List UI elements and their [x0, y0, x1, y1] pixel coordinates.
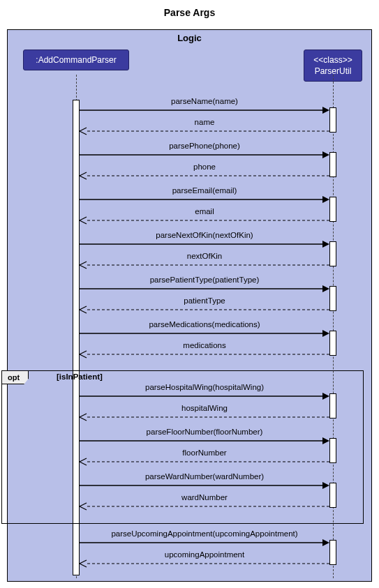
- frame-label: Logic: [8, 30, 371, 46]
- msg-label-ret-9: upcomingAppointment: [80, 550, 329, 559]
- return-arrow: [80, 260, 329, 270]
- activation-right: [329, 241, 336, 266]
- return-arrow: [80, 171, 329, 181]
- call-arrow: [80, 105, 329, 115]
- msg-label-ret-6: hospitalWing: [80, 404, 329, 412]
- msg-label-ret-7: floorNumber: [80, 448, 329, 457]
- svg-marker-19: [322, 393, 329, 400]
- msg-label-call-0: parseName(name): [80, 97, 329, 105]
- return-arrow: [80, 412, 329, 422]
- svg-marker-22: [322, 437, 329, 444]
- activation-right: [329, 107, 336, 133]
- activation-right: [329, 152, 336, 177]
- msg-label-call-2: parseEmail(email): [80, 186, 329, 195]
- msg-label-ret-5: medications: [80, 341, 329, 349]
- return-arrow: [80, 559, 329, 568]
- activation-right: [329, 393, 336, 419]
- msg-label-call-9: parseUpcomingAppointment(upcomingAppoint…: [80, 529, 329, 538]
- participant-left-label: :AddCommandParser: [36, 55, 116, 65]
- call-arrow: [80, 329, 329, 338]
- call-arrow: [80, 150, 329, 160]
- logic-frame: Logic :AddCommandParser <<class>> Parser…: [7, 29, 372, 582]
- activation-right: [329, 331, 336, 356]
- msg-label-ret-8: wardNumber: [80, 493, 329, 502]
- call-arrow: [80, 284, 329, 294]
- svg-marker-10: [322, 241, 329, 248]
- msg-label-ret-0: name: [80, 118, 329, 126]
- svg-marker-16: [322, 330, 329, 337]
- return-arrow: [80, 216, 329, 225]
- svg-marker-13: [322, 285, 329, 292]
- activation-right: [329, 197, 336, 222]
- svg-marker-25: [322, 482, 329, 489]
- return-arrow: [80, 349, 329, 359]
- activation-left: [73, 100, 80, 575]
- activation-right: [329, 438, 336, 463]
- call-arrow: [80, 481, 329, 490]
- participant-addcommandparser: :AddCommandParser: [23, 50, 129, 70]
- activation-right: [329, 286, 336, 311]
- opt-label: opt: [2, 371, 29, 384]
- msg-label-call-5: parseMedications(medications): [80, 320, 329, 329]
- return-arrow: [80, 305, 329, 315]
- participant-right-stereo: <<class>>: [313, 55, 352, 65]
- msg-label-ret-1: phone: [80, 163, 329, 171]
- call-arrow: [80, 538, 329, 548]
- msg-label-call-8: parseWardNumber(wardNumber): [80, 472, 329, 481]
- call-arrow: [80, 391, 329, 401]
- svg-marker-4: [322, 151, 329, 158]
- msg-label-call-6: parseHospitalWing(hospitalWing): [80, 383, 329, 391]
- activation-right: [329, 540, 336, 565]
- msg-label-ret-4: patientType: [80, 296, 329, 305]
- call-arrow: [80, 436, 329, 446]
- svg-marker-7: [322, 196, 329, 203]
- return-arrow: [80, 126, 329, 136]
- msg-label-call-4: parsePatientType(patientType): [80, 276, 329, 284]
- msg-label-call-7: parseFloorNumber(floorNumber): [80, 428, 329, 436]
- call-arrow: [80, 195, 329, 204]
- return-arrow: [80, 457, 329, 467]
- return-arrow: [80, 502, 329, 511]
- activation-right: [329, 483, 336, 508]
- msg-label-call-3: parseNextOfKin(nextOfKin): [80, 231, 329, 239]
- call-arrow: [80, 239, 329, 249]
- msg-label-call-1: parsePhone(phone): [80, 142, 329, 150]
- msg-label-ret-2: email: [80, 207, 329, 216]
- msg-label-ret-3: nextOfKin: [80, 252, 329, 260]
- diagram-title: Parse Args: [0, 0, 379, 22]
- svg-marker-1: [322, 107, 329, 114]
- svg-marker-28: [322, 539, 329, 546]
